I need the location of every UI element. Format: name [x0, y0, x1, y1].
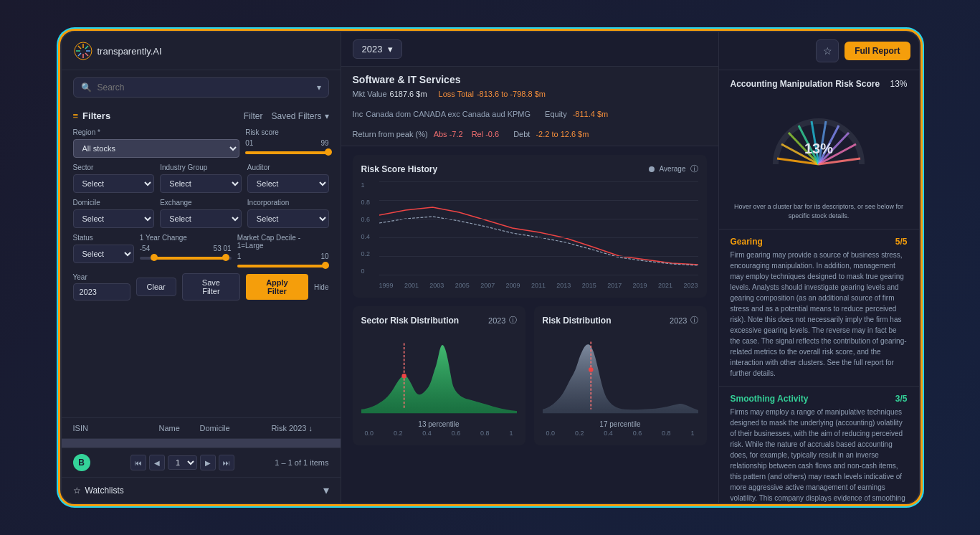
yc-fill	[153, 257, 227, 260]
saved-filters-btn[interactable]: Saved Filters ▾	[271, 111, 328, 121]
hide-link[interactable]: Hide	[314, 283, 329, 291]
loss-label: Loss Total	[439, 90, 474, 98]
status-group: Status Select	[73, 234, 134, 268]
risk-line-chart	[379, 181, 698, 275]
sector-dist-year: 2023	[488, 316, 505, 325]
sector-select[interactable]: Select	[73, 174, 155, 193]
loss-value: -813.6 to -798.8 $m	[477, 90, 546, 98]
year-value: 2023	[362, 44, 383, 55]
prev-page-btn[interactable]: ◀	[149, 455, 165, 470]
return-abs: Abs -7.2	[434, 130, 463, 138]
page-select[interactable]: 1	[168, 455, 197, 470]
debt-value: -2.2 to 12.6 $m	[536, 130, 589, 138]
gearing-desc: Firm gearing may provide a source of bus…	[731, 250, 908, 379]
year-change-label: 1 Year Change	[140, 234, 232, 242]
inc-value: Canada dom CANADA exc Canada aud KPMG	[366, 110, 531, 118]
auditor-group: Auditor Select	[247, 164, 329, 193]
watchlist-section[interactable]: ☆ Watchlists ▾	[62, 477, 341, 503]
charts-area: Risk Score History Average ⓘ 1 0.8 0.6 0	[341, 146, 718, 503]
region-select[interactable]: All stocks	[73, 139, 240, 158]
risk-percentile-label: 17 percentile	[543, 420, 698, 428]
clear-button[interactable]: Clear	[136, 278, 176, 296]
svg-point-10	[401, 374, 406, 379]
watchlist-chevron-icon: ▾	[323, 483, 329, 497]
exchange-select[interactable]: Select	[160, 209, 242, 228]
year-input[interactable]	[73, 283, 130, 300]
loss-total-metric: Loss Total -813.6 to -798.8 $m	[439, 90, 546, 98]
save-filter-button[interactable]: Save Filter	[182, 273, 240, 300]
grid-line-6	[379, 275, 698, 275]
region-group: Region * All stocks	[73, 128, 240, 158]
status-select[interactable]: Select	[73, 245, 134, 263]
info-icon[interactable]: ⓘ	[690, 164, 698, 174]
sector-dist-title: Sector Risk Distribution	[361, 316, 460, 326]
yc-thumb-right[interactable]	[222, 254, 229, 261]
risk-thumb[interactable]	[325, 148, 332, 156]
year-chevron-icon: ▾	[388, 44, 393, 55]
yc-thumb-left[interactable]	[151, 254, 158, 261]
filters-section: ≡ Filters Filter Saved Filters ▾	[62, 105, 341, 417]
industry-select[interactable]: Select	[160, 174, 242, 193]
mc-thumb[interactable]	[322, 262, 329, 269]
grid-line-3	[379, 219, 698, 219]
domicile-label: Domicile	[73, 199, 155, 207]
sector-info-icon[interactable]: ⓘ	[509, 315, 517, 326]
star-button[interactable]: ☆	[816, 39, 839, 62]
incorporation-group: Incorporation Select	[247, 199, 329, 228]
star-icon: ☆	[73, 486, 81, 496]
search-bar[interactable]: 🔍 ▾	[73, 77, 329, 98]
domicile-row: Domicile Select Exchange Select Incorpor…	[73, 199, 329, 228]
industry-label: Industry Group	[160, 164, 242, 171]
risk-chart-container: 1 0.8 0.6 0.4 0.2 0	[361, 181, 698, 289]
region-label: Region *	[73, 128, 240, 136]
right-panel: ☆ Full Report Accounting Manipulation Ri…	[718, 32, 919, 503]
page-nav: ⏮ ◀ 1 ▶ ⏭	[130, 455, 234, 470]
return-label: Return from peak (%)	[353, 130, 428, 138]
chart-legend: Average ⓘ	[649, 164, 698, 174]
full-report-button[interactable]: Full Report	[845, 42, 910, 60]
mc-track	[237, 265, 329, 268]
risk-dist-title: Risk Distribution	[543, 316, 612, 326]
year-label: Year	[73, 273, 130, 281]
year-selector[interactable]: 2023 ▾	[353, 39, 403, 59]
watchlist-label: ☆ Watchlists	[73, 486, 124, 496]
domicile-select[interactable]: Select	[73, 209, 155, 228]
sector-dist-container	[361, 331, 517, 417]
chart-y-axis: 1 0.8 0.6 0.4 0.2 0	[361, 181, 376, 275]
search-icon: 🔍	[81, 82, 92, 93]
logo: transparently.AI	[73, 41, 162, 61]
year-change-group: 1 Year Change -54 53 01	[140, 234, 232, 268]
filter-link[interactable]: Filter	[244, 111, 263, 121]
search-input[interactable]	[97, 82, 311, 93]
next-page-btn[interactable]: ▶	[200, 455, 216, 470]
status-row: Status Select 1 Year Change -54 53 01	[73, 234, 329, 268]
risk-dist-title-row: Risk Distribution 2023 ⓘ	[543, 315, 698, 326]
incorporation-select[interactable]: Select	[247, 209, 329, 228]
last-page-btn[interactable]: ⏭	[219, 455, 234, 470]
filter-actions: Filter Saved Filters ▾	[244, 111, 329, 121]
auditor-select[interactable]: Select	[247, 174, 329, 193]
apply-filter-button[interactable]: Apply Filter	[246, 274, 308, 300]
risk-dist-container	[543, 331, 698, 417]
first-page-btn[interactable]: ⏮	[130, 455, 146, 470]
market-cap-group: Market Cap Decile - 1=Large 1 10	[237, 234, 329, 268]
sector-label: Sector	[73, 164, 155, 171]
company-name: Software & IT Services	[353, 74, 707, 85]
gearing-score: 5/5	[895, 237, 908, 247]
col-name: Name	[159, 424, 200, 432]
company-info: Software & IT Services Mkt Value 6187.6 …	[341, 67, 718, 146]
svg-text:13%: 13%	[804, 141, 833, 156]
gearing-section: Gearing 5/5 Firm gearing may provide a s…	[719, 229, 919, 387]
risk-dist-chart: Risk Distribution 2023 ⓘ	[534, 306, 707, 445]
risk-score-panel-pct: 13%	[890, 79, 907, 89]
table-row[interactable]	[62, 439, 341, 448]
filters-title: ≡ Filters	[73, 110, 111, 121]
yc-min: -54	[140, 245, 150, 252]
logo-text: transparently.AI	[97, 46, 162, 57]
logo-icon	[73, 41, 93, 61]
table-section: ISIN Name Domicile Risk 2023 ↓	[62, 417, 341, 448]
grid-line-1	[379, 181, 698, 182]
yc-max: 53 01	[214, 245, 232, 252]
smoothing-section: Smoothing Activity 3/5 Firms may employ …	[719, 387, 919, 503]
risk-info-icon[interactable]: ⓘ	[690, 315, 698, 326]
